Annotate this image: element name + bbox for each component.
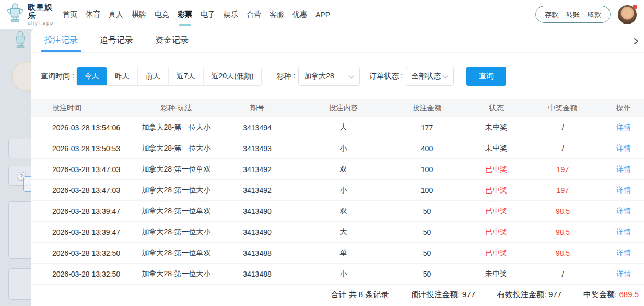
time-filter-chip[interactable]: 近20天(低频): [203, 67, 262, 85]
bet-amount-cell: 400: [397, 138, 457, 158]
detail-link[interactable]: 详情: [616, 248, 631, 258]
lottery-play-cell: 加拿大28-第一位大小: [128, 264, 225, 284]
issue-number-cell: 3413493: [225, 138, 290, 158]
table-header-cell: 状态: [457, 99, 535, 117]
nav-item[interactable]: 首页: [62, 0, 78, 29]
table-header-cell: 投注金额: [397, 99, 457, 117]
detail-link[interactable]: 详情: [616, 269, 631, 279]
time-filter-chip[interactable]: 近7天: [168, 67, 203, 85]
site-name: 欧皇娱乐: [28, 3, 58, 20]
bet-time-cell: 2026-03-28 13:39:47: [31, 201, 128, 221]
chevron-right-icon[interactable]: [631, 36, 641, 49]
action-cell: 详情: [590, 117, 642, 138]
detail-link[interactable]: 详情: [616, 144, 631, 153]
expected-bet-total: 预计投注金额: 977: [411, 290, 475, 300]
lottery-filter-label: 彩种 :: [276, 72, 295, 81]
bet-records-table: 投注时间 彩种-玩法 期号 投注内容 投注金额 状态 中奖金额 操作 2026-…: [31, 99, 644, 304]
background-button-outline: [23, 176, 31, 192]
record-tabs: 投注记录 追号记录 资金记录: [31, 29, 644, 53]
table-header-cell: 彩种-玩法: [128, 99, 225, 117]
bet-amount-cell: 50: [397, 264, 457, 284]
record-tab[interactable]: 追号记录: [100, 29, 133, 52]
bet-time-cell: 2026-03-28 13:54:06: [31, 117, 128, 138]
action-cell: 详情: [590, 222, 642, 242]
action-cell: 详情: [590, 264, 642, 284]
bet-time-cell: 2026-03-28 13:47:03: [31, 159, 128, 179]
nav-item[interactable]: APP: [314, 0, 331, 29]
prize-amount-cell: 98.5: [535, 243, 590, 263]
detail-link[interactable]: 详情: [616, 123, 631, 132]
time-filter-chip[interactable]: 昨天: [107, 67, 137, 85]
order-status-select[interactable]: 全部状态: [406, 67, 454, 86]
bet-content-cell: 小: [290, 180, 397, 200]
bet-content-cell: 大: [290, 222, 397, 242]
nav-item[interactable]: 体育: [85, 0, 101, 29]
issue-number-cell: 3413494: [225, 117, 290, 138]
action-cell: 详情: [590, 138, 642, 158]
bet-content-cell: 大: [290, 117, 397, 138]
site-domain: ohyl.app: [28, 21, 58, 26]
prize-amount-cell: 197: [535, 180, 590, 200]
wallet-action-button[interactable]: 取款: [588, 10, 601, 19]
table-row: 2026-03-28 13:39:47 加拿大28-第一位单双 3413490 …: [31, 201, 644, 222]
lottery-play-cell: 加拿大28-第一位大小: [128, 138, 225, 158]
time-filter-chip[interactable]: 前天: [137, 67, 168, 85]
nav-item[interactable]: 客服: [268, 0, 285, 29]
nav-item[interactable]: 电子: [200, 0, 216, 29]
lottery-play-cell: 加拿大28-第一位单双: [128, 201, 225, 221]
prize-total: 中奖金额: 689.5: [583, 290, 639, 300]
detail-link[interactable]: 详情: [616, 228, 631, 237]
lottery-select[interactable]: 加拿大28: [298, 67, 360, 86]
nav-item[interactable]: 棋牌: [131, 0, 147, 29]
action-cell: 详情: [590, 159, 642, 179]
bet-amount-cell: 50: [397, 201, 457, 221]
table-header-cell: 操作: [590, 99, 642, 117]
time-filter-label: 查询时间 :: [41, 72, 74, 81]
prize-amount-cell: /: [535, 117, 590, 138]
lottery-play-cell: 加拿大28-第一位大小: [128, 117, 225, 138]
table-row: 2026-03-28 13:47:03 加拿大28-第一位单双 3413492 …: [31, 159, 644, 180]
lottery-play-cell: 加拿大28-第一位单双: [128, 243, 225, 263]
detail-link[interactable]: 详情: [616, 207, 631, 216]
table-body: 2026-03-28 13:54:06 加拿大28-第一位大小 3413494 …: [31, 117, 644, 285]
lottery-play-cell: 加拿大28-第一位大小: [128, 180, 225, 200]
bet-amount-cell: 177: [397, 117, 457, 138]
chevron-down-icon: [442, 72, 448, 81]
order-status-value: 全部状态: [412, 72, 441, 81]
table-header-cell: 投注内容: [290, 99, 397, 117]
nav-item[interactable]: 合营: [245, 0, 262, 29]
issue-number-cell: 3413490: [225, 222, 290, 242]
wallet-actions: 存款 转账 取款: [535, 6, 611, 23]
valid-bet-total: 有效投注金额: 977: [497, 290, 561, 300]
record-tab[interactable]: 投注记录: [44, 29, 78, 52]
nav-item[interactable]: 电竞: [154, 0, 170, 29]
status-cell: 未中奖: [457, 117, 535, 138]
detail-link[interactable]: 详情: [616, 165, 631, 174]
prize-amount-cell: 98.5: [535, 201, 590, 221]
detail-link[interactable]: 详情: [616, 186, 631, 195]
issue-number-cell: 3413492: [225, 180, 290, 200]
status-cell: 已中奖: [457, 222, 535, 242]
search-button[interactable]: 查询: [466, 67, 506, 86]
bet-content-cell: 双: [290, 201, 397, 221]
nav-item[interactable]: 优惠: [291, 0, 308, 29]
nav-item[interactable]: 娱乐: [223, 0, 239, 29]
table-row: 2026-03-28 13:47:03 加拿大28-第一位大小 3413492 …: [31, 180, 644, 201]
wallet-action-button[interactable]: 转账: [566, 10, 580, 19]
table-row: 2026-03-28 13:39:47 加拿大28-第一位大小 3413490 …: [31, 222, 644, 243]
time-filter-group: 今天 昨天 前天 近7天 近20天(低频): [76, 67, 262, 86]
time-filter-chip[interactable]: 今天: [77, 67, 107, 85]
wallet-action-button[interactable]: 存款: [545, 10, 558, 19]
nav-item[interactable]: 真人: [108, 0, 124, 29]
record-tab[interactable]: 资金记录: [155, 29, 189, 52]
site-logo[interactable]: 欧皇娱乐 ohyl.app: [0, 3, 58, 27]
lottery-select-value: 加拿大28: [304, 72, 334, 81]
issue-number-cell: 3413490: [225, 201, 290, 221]
prize-amount-cell: /: [535, 264, 590, 284]
status-cell: 已中奖: [457, 243, 535, 263]
lottery-play-cell: 加拿大28-第一位单双: [128, 159, 225, 179]
status-cell: 未中奖: [457, 138, 535, 158]
status-cell: 已中奖: [457, 180, 535, 200]
user-avatar[interactable]: [618, 5, 637, 24]
nav-item[interactable]: 彩票: [177, 0, 193, 29]
